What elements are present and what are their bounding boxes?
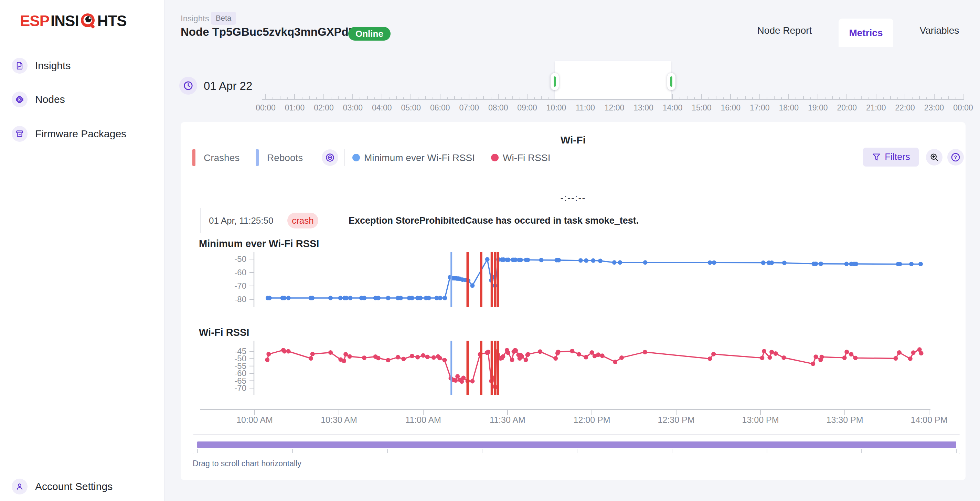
tab-node-report[interactable]: Node Report	[750, 24, 819, 38]
data-point	[773, 351, 778, 356]
data-point	[570, 349, 574, 353]
timeline-hour-label: 23:00	[919, 103, 950, 113]
timeline-hour-label: 13:00	[628, 103, 659, 113]
page-title: Node Tp5GBuc5zvkq3mnGXPdLjX	[181, 25, 366, 38]
data-point	[265, 358, 269, 362]
chart-scrollbar-track[interactable]	[193, 434, 960, 454]
legend-reboots[interactable]: Reboots	[267, 153, 303, 164]
x-axis-tick	[507, 410, 508, 415]
tab-variables[interactable]: Variables	[908, 24, 970, 38]
scrollbar-tick	[292, 449, 293, 453]
sidebar-item-label: Account Settings	[35, 481, 113, 492]
sidebar-item-nodes[interactable]: Nodes	[12, 91, 65, 108]
data-point	[310, 351, 315, 356]
app-logo[interactable]: ESP INSI HTS	[20, 13, 127, 30]
data-point	[442, 358, 447, 362]
y-tick-label: -50	[234, 254, 247, 264]
timeline-hour-label: 00:00	[948, 103, 978, 113]
timeline-hour-tick	[934, 94, 935, 99]
data-point	[519, 258, 523, 262]
data-point	[398, 296, 403, 301]
chart-wifi-rssi[interactable]: -45-50-55-60-65-70	[181, 327, 969, 408]
data-point	[618, 260, 622, 265]
data-point	[328, 350, 333, 355]
sidebar-item-label: Nodes	[35, 94, 65, 105]
timeline-hour-label: 11:00	[570, 103, 601, 113]
help-button[interactable]: ?	[947, 149, 964, 165]
data-point	[506, 351, 510, 355]
funnel-icon	[872, 153, 881, 162]
zoom-in-button[interactable]	[926, 149, 942, 165]
timeline-hour-tick	[818, 94, 818, 99]
brush-handle-right[interactable]	[667, 73, 676, 90]
data-point	[919, 351, 924, 355]
event-time: 01 Apr, 11:25:50	[209, 215, 287, 226]
timeline-hour-label: 04:00	[366, 103, 398, 113]
sidebar-item-label: Firmware Packages	[35, 128, 126, 140]
logo-lens-icon	[80, 13, 96, 29]
data-point	[348, 296, 352, 301]
data-point	[909, 262, 913, 266]
legend-crashes[interactable]: Crashes	[204, 153, 240, 164]
crashes-legend-bar	[192, 150, 196, 166]
legend-series-rssi[interactable]: Wi-Fi RSSI	[503, 153, 550, 164]
timeline-hour-label: 03:00	[337, 103, 368, 113]
question-mark-icon: ?	[951, 153, 960, 162]
reboots-legend-bar	[256, 150, 259, 166]
sidebar-item-insights[interactable]: Insights	[12, 57, 70, 74]
x-axis-tick	[676, 410, 676, 415]
chart-scrollbar-thumb[interactable]	[197, 442, 956, 448]
timeline-hour-tick	[382, 94, 382, 99]
data-point	[425, 355, 430, 359]
tab-metrics[interactable]: Metrics	[838, 19, 893, 47]
breadcrumb[interactable]: Insights	[181, 14, 209, 24]
chart-min-ever-wifi-rssi[interactable]: -50-60-70-80	[181, 237, 969, 317]
data-point	[410, 354, 414, 358]
series-line	[268, 259, 921, 298]
toggle-events-visibility-button[interactable]	[322, 150, 338, 166]
data-point	[401, 357, 406, 361]
logo-text-insi: INSI	[51, 13, 79, 30]
data-point	[769, 350, 774, 355]
data-point	[453, 378, 458, 383]
data-point	[897, 350, 902, 355]
data-point	[598, 259, 603, 263]
x-axis-tick	[760, 410, 761, 415]
clock-icon	[179, 77, 197, 95]
legend-series-min-rssi[interactable]: Minimum ever Wi-Fi RSSI	[364, 153, 475, 164]
scrollbar-tick	[861, 449, 862, 453]
data-point	[344, 296, 348, 301]
timeline-selection-brush[interactable]	[555, 61, 671, 99]
data-point	[442, 296, 447, 301]
data-point	[643, 350, 647, 355]
logo-text-esp: ESP	[20, 13, 49, 30]
timeline-hour-tick	[876, 94, 877, 99]
sidebar-item-account-settings[interactable]: Account Settings	[12, 478, 113, 495]
data-point	[376, 296, 380, 301]
brush-handle-left[interactable]	[550, 73, 559, 90]
filters-button[interactable]: Filters	[863, 148, 919, 167]
event-row[interactable]: 01 Apr, 11:25:50 crash Exception StorePr…	[200, 208, 956, 233]
data-point	[643, 260, 648, 265]
data-point	[918, 262, 923, 266]
data-point	[813, 355, 818, 359]
data-point	[557, 258, 561, 262]
data-point	[286, 349, 291, 354]
data-point	[342, 359, 346, 363]
sidebar: ESP INSI HTS Insights	[0, 0, 164, 501]
data-point	[820, 355, 824, 359]
logo-text-hts: HTS	[97, 13, 127, 30]
data-point	[338, 296, 343, 301]
timeline-hour-tick	[410, 94, 411, 99]
data-point	[266, 352, 271, 356]
data-point	[282, 349, 286, 354]
data-point	[410, 296, 414, 301]
data-point	[510, 358, 514, 362]
data-point	[762, 349, 766, 353]
data-point	[708, 261, 712, 265]
data-point	[584, 355, 588, 359]
sidebar-item-firmware-packages[interactable]: Firmware Packages	[12, 126, 126, 142]
y-tick-label: -70	[234, 281, 247, 290]
y-tick-label: -80	[234, 294, 247, 304]
data-point	[711, 352, 716, 356]
